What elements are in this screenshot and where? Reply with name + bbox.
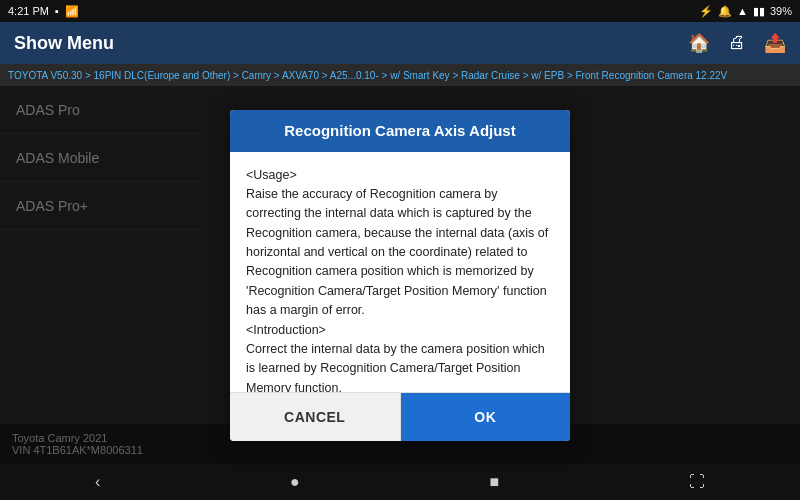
status-bar: 4:21 PM ▪ 📶 ⚡ 🔔 ▲ ▮▮ 39% xyxy=(0,0,800,22)
time-display: 4:21 PM xyxy=(8,5,49,17)
signal-bars-icon: ▮▮ xyxy=(753,5,765,18)
back-button[interactable]: ‹ xyxy=(75,469,120,495)
dialog-body: <Usage> Raise the accuracy of Recognitio… xyxy=(230,152,570,392)
dialog-intro-text: Correct the internal data by the camera … xyxy=(246,342,545,392)
dialog-body-text: Raise the accuracy of Recognition camera… xyxy=(246,187,548,317)
header: Show Menu 🏠 🖨 📤 xyxy=(0,22,800,64)
print-icon[interactable]: 🖨 xyxy=(728,32,746,54)
nav-bar: ‹ ● ■ ⛶ xyxy=(0,464,800,500)
modal-overlay: Recognition Camera Axis Adjust <Usage> R… xyxy=(0,86,800,464)
breadcrumb-text: TOYOTA V50.30 > 16PIN DLC(Europe and Oth… xyxy=(8,70,727,81)
recents-button[interactable]: ■ xyxy=(470,469,520,495)
breadcrumb: TOYOTA V50.30 > 16PIN DLC(Europe and Oth… xyxy=(0,64,800,86)
volume-icon: 🔔 xyxy=(718,5,732,18)
export-icon[interactable]: 📤 xyxy=(764,32,786,54)
dialog-header: Recognition Camera Axis Adjust xyxy=(230,110,570,152)
battery-display: 39% xyxy=(770,5,792,17)
wifi-icon: ▲ xyxy=(737,5,748,17)
fullscreen-button[interactable]: ⛶ xyxy=(669,469,725,495)
home-button[interactable]: ● xyxy=(270,469,320,495)
header-icons: 🏠 🖨 📤 xyxy=(688,32,786,54)
dialog-title: Recognition Camera Axis Adjust xyxy=(284,122,515,139)
usage-tag: <Usage> xyxy=(246,168,297,182)
bluetooth-icon: ⚡ xyxy=(699,5,713,18)
screen-icon: ▪ xyxy=(55,5,59,17)
cancel-button[interactable]: CANCEL xyxy=(230,393,401,441)
signal-icon: 📶 xyxy=(65,5,79,18)
ok-button[interactable]: OK xyxy=(401,393,571,441)
status-right: ⚡ 🔔 ▲ ▮▮ 39% xyxy=(699,5,792,18)
home-icon[interactable]: 🏠 xyxy=(688,32,710,54)
status-left: 4:21 PM ▪ 📶 xyxy=(8,5,79,18)
header-title: Show Menu xyxy=(14,33,114,54)
dialog-footer: CANCEL OK xyxy=(230,392,570,441)
intro-tag: <Introduction> xyxy=(246,323,326,337)
dialog: Recognition Camera Axis Adjust <Usage> R… xyxy=(230,110,570,441)
